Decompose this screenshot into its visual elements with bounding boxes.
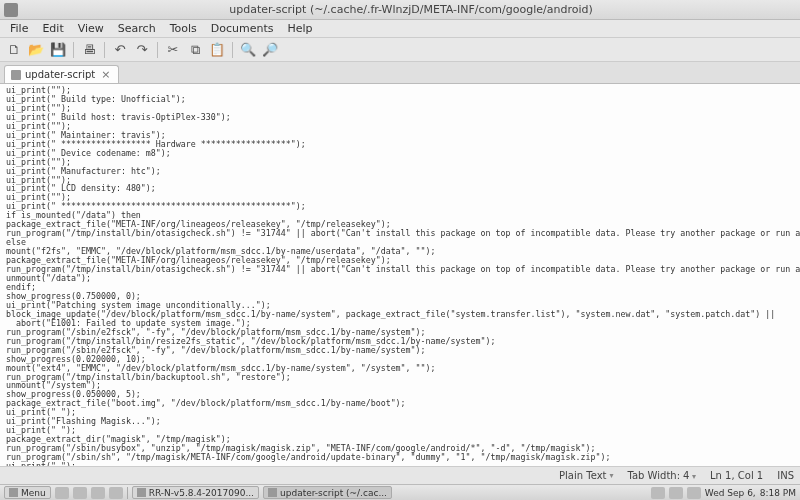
toolbar-separator: [104, 42, 105, 58]
taskbar-window-gedit[interactable]: updater-script (~/.cac...: [263, 486, 392, 499]
new-file-icon[interactable]: 🗋: [4, 40, 24, 60]
window-titlebar: updater-script (~/.cache/.fr-WlnzjD/META…: [0, 0, 800, 20]
tab-updater-script[interactable]: updater-script ×: [4, 65, 119, 83]
open-file-icon[interactable]: 📂: [26, 40, 46, 60]
app-icon: [4, 3, 18, 17]
menu-tools[interactable]: Tools: [164, 21, 203, 36]
show-desktop-icon[interactable]: [55, 487, 69, 499]
menu-view[interactable]: View: [72, 21, 110, 36]
volume-icon[interactable]: [687, 487, 701, 499]
tray-icon[interactable]: [651, 487, 665, 499]
redo-icon[interactable]: ↷: [132, 40, 152, 60]
start-menu-button[interactable]: Menu: [4, 486, 51, 499]
status-insert-mode[interactable]: INS: [777, 470, 794, 481]
browser-icon[interactable]: [109, 487, 123, 499]
menu-file[interactable]: File: [4, 21, 34, 36]
cut-icon[interactable]: ✂: [163, 40, 183, 60]
paste-icon[interactable]: 📋: [207, 40, 227, 60]
status-cursor-position: Ln 1, Col 1: [710, 470, 763, 481]
toolbar-separator: [73, 42, 74, 58]
menu-documents[interactable]: Documents: [205, 21, 280, 36]
menu-edit[interactable]: Edit: [36, 21, 69, 36]
os-taskbar: Menu RR-N-v5.8.4-2017090... updater-scri…: [0, 484, 800, 500]
find-replace-icon[interactable]: 🔎: [260, 40, 280, 60]
print-icon[interactable]: 🖶: [79, 40, 99, 60]
window-title: updater-script (~/.cache/.fr-WlnzjD/META…: [22, 3, 800, 16]
clock-date[interactable]: Wed Sep 6,: [705, 488, 756, 498]
statusbar: Plain Text Tab Width: 4 Ln 1, Col 1 INS: [0, 466, 800, 484]
toolbar-separator: [232, 42, 233, 58]
undo-icon[interactable]: ↶: [110, 40, 130, 60]
save-file-icon[interactable]: 💾: [48, 40, 68, 60]
tabbar: updater-script ×: [0, 62, 800, 84]
menubar: File Edit View Search Tools Documents He…: [0, 20, 800, 38]
close-icon[interactable]: ×: [99, 68, 112, 81]
file-manager-icon[interactable]: [73, 487, 87, 499]
document-icon: [11, 70, 21, 80]
menu-search[interactable]: Search: [112, 21, 162, 36]
toolbar-separator: [157, 42, 158, 58]
search-icon[interactable]: 🔍: [238, 40, 258, 60]
clock-time[interactable]: 8:18 PM: [760, 488, 796, 498]
toolbar: 🗋 📂 💾 🖶 ↶ ↷ ✂ ⧉ 📋 🔍 🔎: [0, 38, 800, 62]
status-language[interactable]: Plain Text: [559, 470, 613, 481]
taskbar-separator: [127, 487, 128, 499]
menu-help[interactable]: Help: [281, 21, 318, 36]
taskbar-window-archive[interactable]: RR-N-v5.8.4-2017090...: [132, 486, 259, 499]
archive-icon: [137, 488, 146, 497]
copy-icon[interactable]: ⧉: [185, 40, 205, 60]
text-editor-icon: [268, 488, 277, 497]
tab-label: updater-script: [25, 69, 95, 80]
editor-area[interactable]: ui_print(""); ui_print(" Build type: Uno…: [0, 84, 800, 466]
mint-logo-icon: [9, 488, 18, 497]
terminal-icon[interactable]: [91, 487, 105, 499]
status-tabwidth[interactable]: Tab Width: 4: [628, 470, 696, 481]
network-icon[interactable]: [669, 487, 683, 499]
